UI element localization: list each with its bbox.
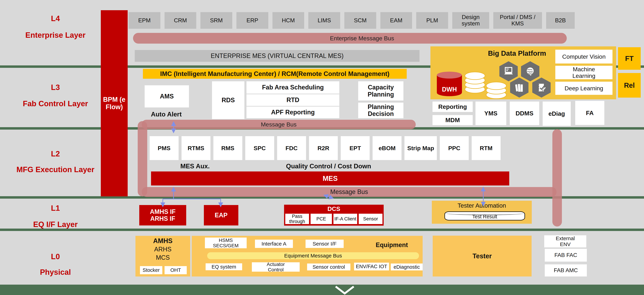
dcs-pass-through: Pass through <box>285 214 309 224</box>
ams-box: AMS <box>145 85 189 107</box>
tester-automation-title: Tester Automation <box>432 201 532 209</box>
layer-code-l2: L2 <box>7 149 104 158</box>
sensor-control-box: Sensor control <box>307 264 350 271</box>
layer-name-l4: Enterprise Layer <box>7 31 104 39</box>
rms-box: RMS <box>214 136 242 160</box>
test-result-database-icon: Test Result <box>444 211 525 220</box>
layer-code-l4: L4 <box>7 14 104 23</box>
pms-box: PMS <box>150 136 178 160</box>
rtms-box: RTMS <box>182 136 210 160</box>
ediag-box: eDiag <box>543 102 571 126</box>
external-env-box: External ENV <box>544 235 586 248</box>
app-hcm: HCM <box>272 12 304 29</box>
app-design-system: Design system <box>452 12 489 29</box>
layer-divider-l1-l0 <box>0 229 644 231</box>
app-b2b: B2B <box>546 12 575 29</box>
layer-code-l0: L0 <box>7 252 104 261</box>
fdc-box: FDC <box>277 136 306 160</box>
app-portal-dms-kms: Portal / DMS / KMS <box>493 12 542 29</box>
capacity-planning-box: Capacity Planning <box>358 81 404 100</box>
eap-box: EAP <box>204 205 238 226</box>
enterprise-message-bus: Enterprise Message Bus <box>133 33 567 44</box>
ppc-box: PPC <box>440 136 469 160</box>
mcs-label: MCS <box>136 253 190 261</box>
layer-name-l1: EQ I/F Layer <box>7 220 104 229</box>
mdm-box: MDM <box>432 115 473 125</box>
dcs-if-a-client: IF-A Client <box>334 214 357 224</box>
stocker-box: Stocker <box>140 266 162 274</box>
bottom-green-band <box>0 285 644 295</box>
quality-control-label: Quality Control / Cost Down <box>276 163 380 170</box>
spc-box: SPC <box>245 136 274 160</box>
app-erp: ERP <box>236 12 268 29</box>
enterprise-mes-bar: ENTERPRISE MES (VIRTUAL CENTRAL MES) <box>135 50 420 62</box>
mes-architecture-diagram: L4 Enterprise Layer L3 Fab Control Layer… <box>0 0 644 295</box>
deep-learning-box: Deep Learning <box>555 82 612 95</box>
dcs-box: DCS Pass through PCE IF-A Client Sensor <box>284 205 384 226</box>
rds-box: RDS <box>212 81 244 119</box>
dcs-children-row: Pass through PCE IF-A Client Sensor <box>285 214 382 224</box>
mes-aux-label: MES Aux. <box>167 163 223 170</box>
ddms-box: DDMS <box>510 102 539 125</box>
dwh-label: DWH <box>435 86 464 93</box>
dcs-pce: PCE <box>310 214 332 224</box>
app-plm: PLM <box>416 12 448 29</box>
layer-name-l2: MFG Execution Layer <box>7 165 104 174</box>
amhs-if-box: AMHS IF ARHS IF <box>139 205 186 226</box>
arhs-label: ARHS <box>136 245 190 253</box>
brain-icon <box>521 61 540 81</box>
layer-code-l3: L3 <box>7 83 104 92</box>
enterprise-app-row: EPM CRM SRM ERP HCM LIMS SCM EAM PLM Des… <box>128 12 575 29</box>
rel-box: Rel <box>618 73 641 98</box>
ft-box: FT <box>618 47 641 70</box>
strip-map-box: Strip Map <box>404 136 437 160</box>
bpm-eflow-column: BPM (eFlow) <box>101 10 128 196</box>
app-lims: LIMS <box>308 12 340 29</box>
oht-box: OHT <box>164 266 187 274</box>
layer-name-l0: Physical <box>7 268 104 277</box>
rtm-box: RTM <box>472 136 500 160</box>
dwh-cylinder-icon: DWH <box>435 71 464 97</box>
apf-reporting-box: APF Reporting <box>246 107 339 118</box>
mfg-message-bus: Message Bus <box>142 187 556 197</box>
r2r-box: R2R <box>309 136 338 160</box>
dcs-sensor: Sensor <box>359 214 382 224</box>
computer-vision-box: Computer Vision <box>555 50 612 63</box>
app-epm: EPM <box>128 12 160 29</box>
imc-rcm-bar: IMC (Intelligent Manufacturing Center) /… <box>143 69 407 79</box>
tester-automation-box: Tester Automation Test Result <box>432 201 532 224</box>
mfg-module-row: PMS RTMS RMS SPC FDC R2R EPT eBOM Strip … <box>150 136 500 160</box>
machine-learning-box: Machine Learning <box>555 66 612 79</box>
app-crm: CRM <box>164 12 196 29</box>
mes-bar: MES <box>151 171 509 186</box>
right-bus-riser <box>552 129 562 227</box>
fab-control-message-bus: Message Bus <box>142 120 416 129</box>
planning-decision-box: Planning Decision <box>358 103 404 118</box>
ept-box: EPT <box>341 136 370 160</box>
fab-fac-box: FAB FAC <box>545 249 587 262</box>
rtd-box: RTD <box>246 94 339 106</box>
app-scm: SCM <box>344 12 376 29</box>
ebom-box: eBOM <box>372 136 402 160</box>
big-data-platform: Big Data Platform DWH <box>430 46 616 99</box>
auto-alert-label: Auto Alert <box>138 111 194 118</box>
actuator-control-box: Actuator Control <box>252 262 300 272</box>
fab-amc-box: FAB AMC <box>545 264 587 277</box>
hsms-secs-gem-box: HSMS SECS/GEM <box>205 238 247 248</box>
chevron-down-icon <box>334 286 355 295</box>
ediagnostic-box: eDiagnostic <box>391 264 423 271</box>
amhs-label: AMHS <box>136 236 190 245</box>
app-eam: EAM <box>380 12 412 29</box>
left-bus-riser <box>138 121 147 196</box>
eq-system-box: EQ system <box>206 263 242 270</box>
tester-block: Tester <box>433 236 532 277</box>
equipment-message-bus: Equipment Message Bus <box>207 252 419 259</box>
fa-box: FA <box>575 101 604 125</box>
reporting-box: Reporting <box>432 102 473 112</box>
interface-a-box: Interface A <box>255 240 293 248</box>
amhs-block: AMHS ARHS MCS Stocker OHT <box>136 236 190 277</box>
fab-area-scheduling-box: Fab Area Scheduling <box>246 81 339 94</box>
layer-code-l1: L1 <box>7 204 104 213</box>
equipment-title: Equipment <box>370 241 414 249</box>
equipment-block: HSMS SECS/GEM Interface A Sensor I/F Equ… <box>192 236 423 277</box>
